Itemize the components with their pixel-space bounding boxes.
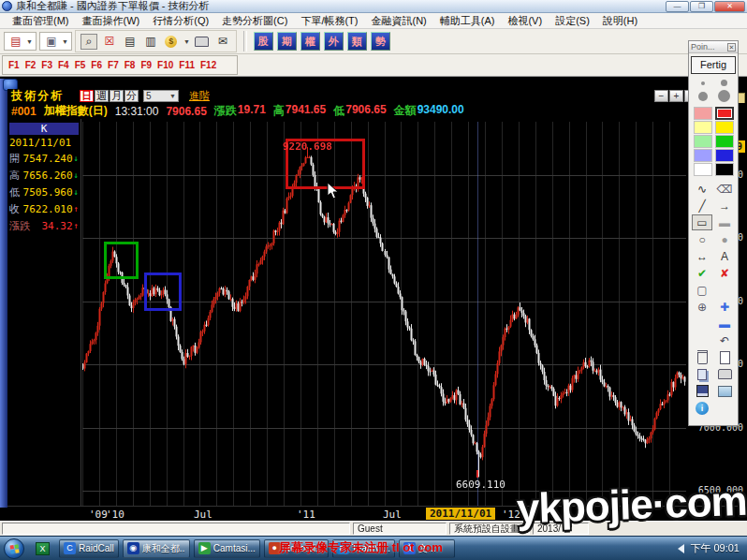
swatch-solid-3[interactable] (715, 135, 734, 148)
taskbar-button-1[interactable]: CRaidCall (59, 539, 119, 558)
select-area-tool-icon[interactable]: ▢ (692, 282, 712, 298)
menu-item-9[interactable]: 設定(S) (549, 13, 596, 29)
fkey-f8[interactable]: F8 (124, 60, 136, 70)
finance-coin-icon[interactable]: $ (163, 34, 180, 50)
period-tab-3[interactable]: 月 (110, 90, 124, 102)
copy-tool-icon[interactable] (692, 366, 712, 382)
fkey-f6[interactable]: F6 (91, 60, 102, 70)
undo-tool-icon[interactable]: ↶ (714, 332, 735, 348)
menu-item-4[interactable]: 走勢分析圖(C) (215, 13, 294, 29)
fkey-f1[interactable]: F1 (8, 60, 20, 70)
enlarge-tool-icon[interactable]: ✚ (714, 299, 735, 315)
printer-icon[interactable] (194, 34, 211, 50)
close-panel-icon[interactable]: ☒ (101, 34, 118, 50)
restore-button[interactable]: ❐ (690, 1, 713, 12)
fkey-f5[interactable]: F5 (75, 60, 86, 70)
screen-combo[interactable]: ▣▼ (39, 32, 72, 51)
screenshot-tool-icon[interactable] (714, 383, 735, 399)
swatch-pale-4[interactable] (694, 149, 712, 162)
minimize-button[interactable]: — (666, 1, 689, 12)
excel-tray-icon[interactable]: X (36, 542, 50, 555)
taskbar-button-2[interactable]: ◉康和全都... (123, 539, 190, 558)
candlestick-canvas[interactable] (82, 122, 686, 506)
menu-item-2[interactable]: 畫面操作(W) (76, 13, 147, 29)
swatch-pale-2[interactable] (694, 121, 712, 134)
swatch-solid-1[interactable] (715, 107, 734, 120)
zoom-tool-icon[interactable]: ⌕ (81, 34, 97, 50)
pen-size-2[interactable] (721, 80, 727, 86)
fkey-f2[interactable]: F2 (25, 60, 37, 70)
fkey-f9[interactable]: F9 (140, 60, 152, 70)
pen-size-4[interactable] (718, 90, 730, 102)
rect-filled-tool-icon[interactable]: ▬ (714, 214, 735, 230)
trash-tool-icon[interactable] (692, 349, 712, 365)
mail-icon[interactable]: ✉ (214, 34, 231, 50)
pen-size-3[interactable] (698, 92, 708, 101)
fkey-f4[interactable]: F4 (58, 60, 69, 70)
zoom-area-tool-icon[interactable]: ⊕ (692, 299, 712, 315)
text-tool-icon[interactable]: A (714, 248, 735, 264)
pen-size-1[interactable] (701, 81, 705, 85)
info-tool-icon[interactable]: i (692, 400, 712, 416)
print-tool-icon[interactable] (714, 366, 735, 382)
fkey-f7[interactable]: F7 (108, 60, 119, 70)
menu-item-3[interactable]: 行情分析(Q) (146, 13, 215, 29)
swatch-solid-5[interactable] (715, 163, 734, 176)
fkey-f11[interactable]: F11 (179, 60, 195, 70)
fertig-button[interactable]: Fertig (691, 56, 736, 74)
fkey-f3[interactable]: F3 (41, 60, 52, 70)
new-page-tool-icon[interactable] (714, 349, 735, 365)
market-button-4[interactable]: 外 (324, 32, 344, 51)
rect-outline-tool-icon[interactable]: ▭ (692, 214, 712, 230)
menu-item-1[interactable]: 畫面管理(M) (6, 13, 76, 29)
menu-item-5[interactable]: 下單/帳務(T) (294, 13, 364, 29)
ellipse-outline-tool-icon[interactable]: ○ (692, 231, 712, 247)
menu-item-8[interactable]: 檢視(V) (501, 13, 549, 29)
fkey-f12[interactable]: F12 (200, 60, 216, 70)
advanced-link[interactable]: 進階 (189, 89, 210, 103)
period-tab-2[interactable]: 週 (95, 90, 109, 102)
arrow-tool-icon[interactable]: → (714, 198, 735, 214)
shrink-tool-icon[interactable]: ▬ (714, 316, 735, 332)
symbol-code: #001 (11, 105, 37, 118)
swatch-pale-3[interactable] (694, 135, 712, 148)
check-tool-icon[interactable]: ✔ (692, 265, 712, 281)
chart-area[interactable]: 9220.698 6609.110 (82, 122, 686, 506)
swatch-solid-2[interactable] (715, 121, 734, 134)
ohlc-value: 7622.010 (23, 203, 73, 215)
market-button-1[interactable]: 股 (254, 32, 273, 51)
close-button[interactable]: ✕ (714, 1, 745, 12)
swatch-solid-4[interactable] (715, 149, 734, 162)
line-tool-icon[interactable]: ╱ (692, 198, 712, 214)
zoom-out-button[interactable]: − (654, 90, 668, 102)
start-button[interactable] (4, 538, 24, 559)
palette-title-bar[interactable]: Poin... ✕ (689, 41, 738, 53)
period-tab-4[interactable]: 分 (124, 90, 139, 102)
coin-caret-icon[interactable]: ▼ (183, 38, 190, 45)
swatch-pale-5[interactable] (694, 163, 712, 176)
pen-tool-icon[interactable]: ∿ (692, 181, 712, 197)
double-arrow-tool-icon[interactable]: ↔ (692, 248, 712, 264)
palette-close-icon[interactable]: ✕ (727, 43, 736, 52)
ellipse-filled-tool-icon[interactable]: ● (714, 231, 735, 247)
market-button-6[interactable]: 勢 (371, 32, 390, 51)
fkey-f10[interactable]: F10 (157, 60, 173, 70)
cross-tool-icon[interactable]: ✘ (714, 265, 735, 281)
menu-item-6[interactable]: 金融資訊(N) (365, 13, 433, 29)
market-button-2[interactable]: 期 (277, 32, 297, 51)
menu-item-10[interactable]: 說明(H) (596, 13, 644, 29)
market-button-5[interactable]: 類 (347, 32, 367, 51)
eraser-tool-icon[interactable]: ⌫ (714, 181, 735, 197)
taskbar-button-3[interactable]: ▶Camtasi... (194, 539, 260, 558)
save-tool-icon[interactable] (692, 383, 712, 399)
zoom-in-button[interactable]: + (669, 90, 683, 102)
tile-vertical-icon[interactable]: ▥ (142, 34, 159, 50)
tile-horizontal-icon[interactable]: ▤ (122, 34, 139, 50)
market-button-3[interactable]: 權 (300, 32, 320, 51)
minutes-select[interactable]: 5▼ (143, 90, 179, 102)
swatch-pale-1[interactable] (694, 107, 712, 120)
layout-combo[interactable]: ▤▼ (4, 32, 37, 51)
menu-item-7[interactable]: 輔助工具(A) (433, 13, 502, 29)
speaker-icon[interactable] (678, 544, 684, 553)
period-tab-1[interactable]: 日 (80, 90, 94, 102)
